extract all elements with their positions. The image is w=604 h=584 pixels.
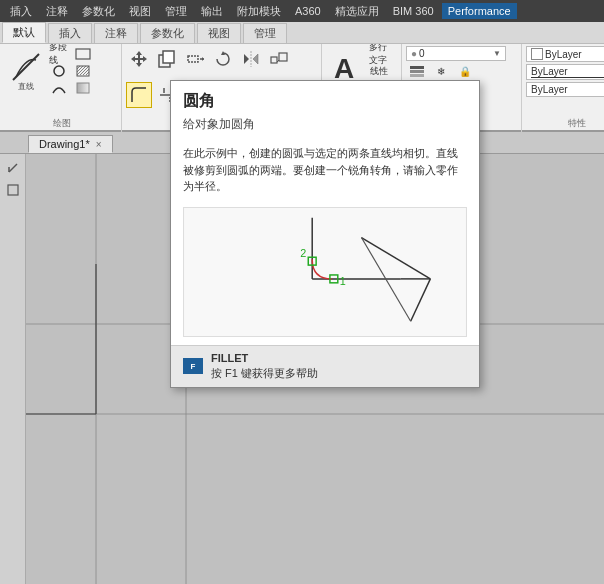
rect-icon bbox=[75, 48, 91, 60]
layers-icon bbox=[409, 65, 425, 77]
layer-freeze-button[interactable]: ❄ bbox=[430, 63, 452, 79]
menu-a360[interactable]: A360 bbox=[289, 3, 327, 19]
menu-performance[interactable]: Performance bbox=[442, 3, 517, 19]
line-arc-icon bbox=[11, 52, 41, 82]
modify-scale-button[interactable] bbox=[266, 46, 292, 72]
rotate-icon bbox=[214, 50, 232, 68]
left-tool-icon bbox=[7, 162, 19, 174]
draw-line-button[interactable]: 直线 bbox=[6, 46, 46, 98]
menu-manage[interactable]: 管理 bbox=[159, 2, 193, 21]
draw-hatch-button[interactable] bbox=[72, 63, 94, 79]
gradient-icon bbox=[76, 82, 90, 94]
lineweight-selector[interactable]: ByLayer ▼ bbox=[526, 82, 604, 97]
svg-rect-40 bbox=[410, 70, 424, 73]
copy-icon bbox=[158, 50, 176, 68]
layer-selector[interactable]: ● 0 ▼ bbox=[406, 46, 506, 61]
linetype-selector[interactable]: ByLayer ▼ bbox=[526, 64, 604, 80]
doc-tab-drawing1[interactable]: Drawing1* × bbox=[28, 135, 113, 153]
draw-arc-button[interactable] bbox=[48, 80, 70, 96]
svg-text:A: A bbox=[334, 53, 354, 84]
menu-bim360[interactable]: BIM 360 bbox=[387, 3, 440, 19]
tooltip-footer: F FILLET 按 F1 键获得更多帮助 bbox=[171, 345, 479, 387]
svg-line-5 bbox=[77, 66, 83, 72]
tab-home[interactable]: 默认 bbox=[2, 22, 46, 43]
tab-insert[interactable]: 插入 bbox=[48, 23, 92, 43]
menu-insert[interactable]: 插入 bbox=[4, 2, 38, 21]
draw-rect-button[interactable] bbox=[72, 46, 94, 62]
left-tool2-icon bbox=[7, 184, 19, 196]
left-toolbar bbox=[0, 154, 26, 584]
fillet-icon bbox=[130, 86, 148, 104]
menu-annotate[interactable]: 注释 bbox=[40, 2, 74, 21]
layer-properties-button[interactable] bbox=[406, 63, 428, 79]
tooltip-description: 在此示例中，创建的圆弧与选定的两条直线均相切。直线被修剪到圆弧的两端。要创建一个… bbox=[171, 145, 479, 203]
svg-rect-41 bbox=[410, 74, 424, 77]
tab-manage[interactable]: 管理 bbox=[243, 23, 287, 43]
dim-linear-button[interactable]: 线性 bbox=[368, 63, 390, 79]
modify-move-button[interactable] bbox=[126, 46, 152, 72]
modify-stretch-button[interactable] bbox=[182, 46, 208, 72]
tooltip-image: 1 2 bbox=[183, 207, 467, 337]
tooltip-command: FILLET bbox=[211, 352, 318, 364]
svg-text:2: 2 bbox=[300, 247, 306, 259]
svg-rect-2 bbox=[76, 49, 90, 59]
tab-parametric[interactable]: 参数化 bbox=[140, 23, 195, 43]
modify-copy-button[interactable] bbox=[154, 46, 180, 72]
arc-small-icon bbox=[52, 82, 66, 94]
tooltip-popup: 圆角 给对象加圆角 在此示例中，创建的圆弧与选定的两条直线均相切。直线被修剪到圆… bbox=[170, 80, 480, 388]
left-btn-2[interactable] bbox=[3, 180, 23, 200]
menu-bar: 插入 注释 参数化 视图 管理 输出 附加模块 A360 精选应用 BIM 36… bbox=[0, 0, 604, 22]
mtext-button[interactable]: 多行文字 bbox=[368, 46, 390, 62]
ribbon-section-draw: 直线 多段线 bbox=[2, 44, 122, 132]
color-selector[interactable]: ByLayer ▼ bbox=[526, 46, 604, 62]
tooltip-subtitle: 给对象加圆角 bbox=[183, 116, 467, 133]
left-btn-1[interactable] bbox=[3, 158, 23, 178]
draw-circle-button[interactable] bbox=[48, 63, 70, 79]
tooltip-header: 圆角 给对象加圆角 bbox=[171, 81, 479, 145]
modify-rotate-button[interactable] bbox=[210, 46, 236, 72]
svg-rect-13 bbox=[163, 51, 174, 63]
ribbon-section-properties: ByLayer ▼ ByLayer ▼ ByLayer ▼ 特性 bbox=[522, 44, 604, 132]
tab-annotate[interactable]: 注释 bbox=[94, 23, 138, 43]
svg-rect-39 bbox=[410, 66, 424, 69]
svg-rect-22 bbox=[279, 53, 287, 61]
svg-marker-16 bbox=[202, 57, 204, 61]
svg-marker-20 bbox=[253, 54, 258, 64]
draw-gradient-button[interactable] bbox=[72, 80, 94, 96]
svg-point-1 bbox=[54, 66, 64, 76]
draw-polyline-button[interactable]: 多段线 bbox=[48, 46, 70, 62]
circle-icon bbox=[52, 64, 66, 78]
menu-view[interactable]: 视图 bbox=[123, 2, 157, 21]
svg-rect-10 bbox=[77, 83, 89, 93]
svg-marker-19 bbox=[244, 54, 249, 64]
menu-featured[interactable]: 精选应用 bbox=[329, 2, 385, 21]
svg-marker-11 bbox=[131, 51, 147, 67]
menu-addins[interactable]: 附加模块 bbox=[231, 2, 287, 21]
section-properties-label: 特性 bbox=[522, 117, 604, 130]
tooltip-title: 圆角 bbox=[183, 91, 467, 112]
fillet-diagram-svg: 1 2 bbox=[184, 208, 466, 336]
fillet-small-icon: F bbox=[183, 358, 203, 374]
mirror-icon bbox=[242, 50, 260, 68]
move-icon bbox=[130, 50, 148, 68]
scale-icon bbox=[270, 50, 288, 68]
tooltip-help-text: 按 F1 键获得更多帮助 bbox=[211, 366, 318, 381]
svg-line-8 bbox=[83, 69, 89, 75]
modify-mirror-button[interactable] bbox=[238, 46, 264, 72]
svg-rect-63 bbox=[8, 185, 18, 195]
modify-fillet-button[interactable] bbox=[126, 82, 152, 108]
stretch-icon bbox=[186, 50, 204, 68]
menu-output[interactable]: 输出 bbox=[195, 2, 229, 21]
hatch-icon bbox=[76, 65, 90, 77]
svg-rect-21 bbox=[271, 57, 277, 63]
menu-parametric[interactable]: 参数化 bbox=[76, 2, 121, 21]
svg-line-61 bbox=[9, 164, 17, 172]
tab-view[interactable]: 视图 bbox=[197, 23, 241, 43]
layer-lock-button[interactable]: 🔒 bbox=[454, 63, 476, 79]
tab-label: Drawing1* bbox=[39, 138, 90, 150]
svg-rect-14 bbox=[188, 56, 198, 62]
tab-close-icon[interactable]: × bbox=[96, 139, 102, 150]
svg-text:1: 1 bbox=[340, 274, 346, 286]
svg-rect-70 bbox=[184, 208, 466, 336]
section-draw-label: 绘图 bbox=[2, 117, 121, 130]
